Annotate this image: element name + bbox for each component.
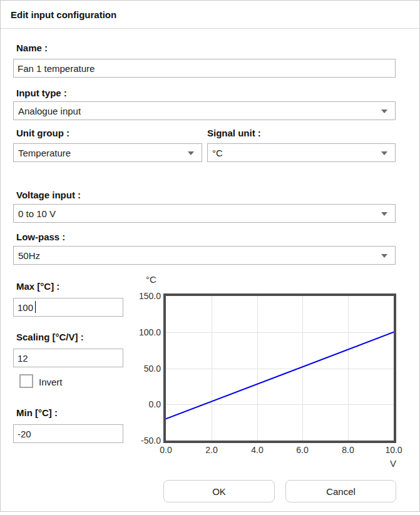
- x-tick-label: 6.0: [289, 444, 316, 456]
- y-tick-label: 50.0: [117, 363, 161, 374]
- dropdown-arrow-icon: [381, 254, 387, 258]
- invert-checkbox-label: Invert: [39, 377, 63, 387]
- scaling-label: Scaling [°C/V] :: [16, 332, 84, 343]
- unit-group-label: Unit group :: [16, 128, 69, 139]
- signal-unit-label: Signal unit :: [207, 128, 261, 139]
- voltage-input-select[interactable]: 0 to 10 V: [13, 204, 396, 223]
- name-label: Name :: [16, 43, 48, 54]
- input-type-select[interactable]: Analogue input: [13, 101, 396, 120]
- x-tick-label: 2.0: [198, 444, 225, 456]
- input-type-selected-value: Analogue input: [18, 106, 81, 116]
- chart-x-axis-unit: V: [381, 458, 406, 469]
- text-cursor: [35, 301, 36, 313]
- x-tick-label: 0.0: [152, 444, 180, 456]
- edit-input-configuration-dialog: Edit input configuration Name : Input ty…: [0, 0, 420, 512]
- dropdown-arrow-icon: [381, 151, 387, 155]
- signal-unit-selected-value: °C: [212, 148, 223, 158]
- chart-x-axis-ticks: 0.02.04.06.08.010.0: [166, 444, 394, 456]
- input-type-label: Input type :: [16, 88, 67, 99]
- low-pass-label: Low-pass :: [16, 232, 65, 243]
- scaling-input[interactable]: [13, 349, 123, 367]
- input-scaling-line: [166, 332, 394, 419]
- dropdown-arrow-icon: [381, 110, 387, 113]
- signal-unit-select[interactable]: °C: [207, 143, 396, 162]
- min-label: Min [°C] :: [16, 408, 58, 419]
- voltage-input-label: Voltage input :: [16, 190, 81, 201]
- unit-group-selected-value: Temperature: [18, 148, 71, 158]
- y-tick-label: 100.0: [117, 327, 161, 338]
- invert-checkbox[interactable]: [19, 374, 33, 388]
- low-pass-select[interactable]: 50Hz: [13, 246, 396, 265]
- max-label: Max [°C] :: [16, 282, 59, 292]
- chart-y-axis-ticks: -50.00.050.0100.0150.0: [117, 296, 161, 441]
- low-pass-selected-value: 50Hz: [18, 250, 40, 261]
- unit-group-select[interactable]: Temperature: [13, 143, 202, 162]
- header-divider: [1, 28, 419, 29]
- chart-y-axis-unit: °C: [146, 274, 156, 285]
- chart-line-layer: [166, 296, 394, 441]
- voltage-input-selected-value: 0 to 10 V: [18, 208, 56, 219]
- x-tick-label: 4.0: [243, 444, 271, 456]
- x-tick-label: 10.0: [380, 444, 407, 456]
- y-tick-label: 0.0: [117, 399, 161, 410]
- max-input[interactable]: [13, 298, 123, 317]
- dropdown-arrow-icon: [188, 151, 194, 155]
- chart-plot-area: [163, 293, 396, 443]
- name-input[interactable]: [13, 59, 396, 78]
- cancel-button[interactable]: Cancel: [285, 480, 396, 502]
- dialog-title: Edit input configuration: [11, 9, 116, 20]
- dropdown-arrow-icon: [381, 212, 387, 216]
- x-tick-label: 8.0: [334, 444, 362, 456]
- y-tick-label: 150.0: [117, 290, 161, 302]
- ok-button[interactable]: OK: [163, 480, 275, 502]
- min-input[interactable]: [13, 424, 123, 443]
